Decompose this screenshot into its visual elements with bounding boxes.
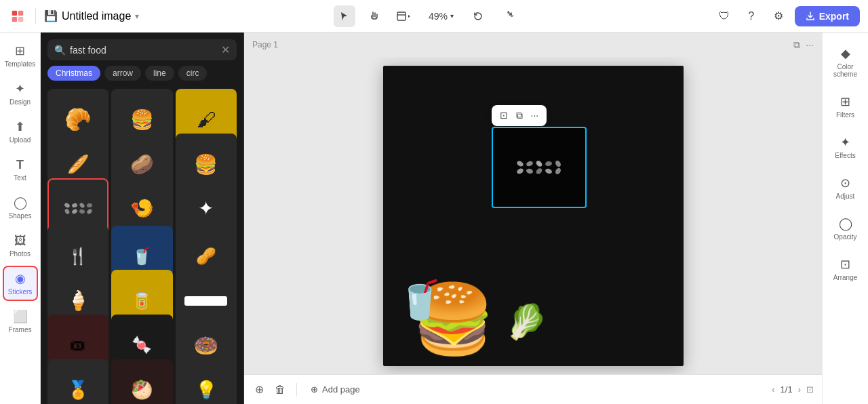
- app-logo[interactable]: [8, 7, 27, 26]
- nav-frames[interactable]: ⬜ Frames: [3, 304, 38, 339]
- sticker-medal[interactable]: 🏅: [47, 359, 108, 404]
- layout-tool[interactable]: [393, 5, 415, 27]
- document-title-area[interactable]: 💾 Untitled image ▾: [44, 9, 139, 22]
- effects-icon: ✦: [840, 135, 850, 150]
- canvas-header: Page 1 ⧉ ···: [244, 33, 822, 57]
- frames-label: Frames: [9, 326, 32, 334]
- svg-rect-4: [397, 12, 406, 20]
- opacity-label: Opacity: [834, 233, 857, 241]
- topbar-actions: 🛡 ? ⚙ Export: [713, 5, 860, 27]
- search-clear-icon[interactable]: ✕: [221, 43, 230, 56]
- effects-label: Effects: [835, 152, 855, 159]
- right-effects[interactable]: ✦ Effects: [825, 129, 866, 165]
- filter-circ[interactable]: circ: [178, 66, 208, 81]
- topbar: 💾 Untitled image ▾ 49% ▾ 🛡 ? ⚙ Exp: [0, 0, 868, 33]
- nav-shapes[interactable]: ◯ Shapes: [3, 190, 38, 225]
- upload-label: Upload: [9, 136, 31, 144]
- canvas-header-actions: ⧉ ···: [793, 39, 814, 51]
- redo-button[interactable]: [497, 5, 519, 27]
- filter-line[interactable]: line: [145, 66, 174, 81]
- settings-icon-btn[interactable]: ⚙: [768, 5, 789, 27]
- adjust-label: Adjust: [836, 193, 855, 200]
- filters-label: Filters: [836, 111, 854, 119]
- right-filters[interactable]: ⊞ Filters: [825, 89, 866, 124]
- photos-label: Photos: [9, 250, 31, 258]
- text-icon: T: [16, 158, 24, 172]
- sticker-bulb[interactable]: 💡: [176, 359, 237, 404]
- left-nav: ⊞ Templates ✦ Design ⬆ Upload T Text ◯ S…: [0, 33, 41, 404]
- filter-christmas[interactable]: Christmas: [47, 66, 100, 81]
- right-arrange[interactable]: ⊡ Arrange: [825, 251, 866, 287]
- undo-button[interactable]: [467, 5, 489, 27]
- stickers-label: Stickers: [8, 288, 33, 296]
- search-bar: 🔍 ✕: [41, 33, 243, 66]
- filter-tags: Christmas arrow line circ: [41, 66, 243, 86]
- add-page-label: Add page: [322, 384, 360, 395]
- photos-icon: 🖼: [14, 234, 26, 248]
- sticker-grid: 🥐 🍔 🖌 🥖 🥔 🍔 🍤 ✦: [41, 86, 243, 404]
- adjust-icon: ⊙: [840, 176, 850, 190]
- topbar-center: 49% ▾: [144, 5, 707, 27]
- stickers-panel: 🔍 ✕ Christmas arrow line circ 🥐 🍔 🖌 🥖 🥔 …: [41, 33, 244, 404]
- nav-stickers[interactable]: ◉ Stickers: [3, 266, 38, 301]
- design-label: Design: [9, 98, 31, 106]
- page-info: 1/1: [781, 384, 793, 395]
- shapes-icon: ◯: [14, 195, 27, 210]
- footer-delete-icon[interactable]: 🗑: [272, 381, 288, 399]
- sticker-copy-button[interactable]: ⧉: [513, 108, 526, 123]
- select-tool[interactable]: [334, 5, 355, 27]
- page-nav: ‹ 1/1 › ⊡: [772, 384, 814, 395]
- canvas[interactable]: 🍔 🥤 🥬 ⊡ ⧉ ···: [383, 66, 684, 366]
- svg-rect-0: [12, 10, 17, 15]
- svg-rect-3: [18, 16, 23, 21]
- text-label: Text: [14, 174, 26, 182]
- svg-rect-2: [12, 16, 17, 21]
- page-prev-icon[interactable]: ‹: [772, 384, 774, 395]
- sticker-food2[interactable]: 🥙: [111, 359, 172, 404]
- nav-templates[interactable]: ⊞ Templates: [3, 38, 38, 73]
- page-expand-icon[interactable]: ⊡: [806, 384, 814, 395]
- page-next-icon[interactable]: ›: [798, 384, 801, 395]
- main-content: ⊞ Templates ✦ Design ⬆ Upload T Text ◯ S…: [0, 33, 868, 404]
- canvas-selected-sticker[interactable]: [492, 127, 587, 208]
- hand-tool[interactable]: [363, 5, 385, 27]
- color-scheme-icon: ◆: [841, 46, 850, 61]
- canvas-more-icon[interactable]: ···: [806, 39, 814, 51]
- shield-icon-btn[interactable]: 🛡: [713, 5, 735, 27]
- stickers-icon: ◉: [15, 271, 26, 286]
- opacity-icon: ◯: [839, 216, 852, 231]
- footer-sep: [296, 383, 297, 397]
- sticker-toolbar: ⊡ ⧉ ···: [492, 105, 547, 126]
- add-page-button[interactable]: ⊕ Add page: [305, 382, 366, 397]
- right-color-scheme[interactable]: ◆ Color scheme: [825, 41, 866, 83]
- nav-photos[interactable]: 🖼 Photos: [3, 228, 38, 263]
- search-icon: 🔍: [54, 45, 66, 56]
- canvas-copy-icon[interactable]: ⧉: [793, 39, 800, 51]
- right-opacity[interactable]: ◯ Opacity: [825, 211, 866, 246]
- page-label: Page 1: [252, 40, 278, 49]
- design-icon: ✦: [15, 81, 25, 96]
- canvas-footer: ⊕ 🗑 ⊕ Add page ‹ 1/1 › ⊡: [244, 374, 822, 404]
- canvas-wrapper: 🍔 🥤 🥬 ⊡ ⧉ ···: [244, 57, 822, 374]
- nav-upload[interactable]: ⬆ Upload: [3, 114, 38, 149]
- sticker-more-button[interactable]: ···: [528, 108, 542, 123]
- nav-text[interactable]: T Text: [3, 152, 38, 187]
- document-title: Untitled image: [62, 10, 131, 22]
- export-label: Export: [819, 11, 849, 22]
- shapes-label: Shapes: [9, 212, 32, 220]
- right-panel: ◆ Color scheme ⊞ Filters ✦ Effects ⊙ Adj…: [822, 33, 868, 404]
- export-button[interactable]: Export: [795, 6, 860, 26]
- arrange-icon: ⊡: [840, 257, 850, 272]
- zoom-control[interactable]: 49% ▾: [423, 8, 459, 24]
- help-icon-btn[interactable]: ?: [741, 5, 762, 27]
- arrange-label: Arrange: [833, 274, 858, 281]
- search-input[interactable]: [70, 45, 217, 56]
- upload-icon: ⬆: [15, 119, 25, 134]
- drink-image: 🥤: [397, 281, 443, 319]
- lettuce-image: 🥬: [505, 305, 547, 339]
- right-adjust[interactable]: ⊙ Adjust: [825, 170, 866, 205]
- footer-add-icon[interactable]: ⊕: [252, 380, 267, 399]
- sticker-crop-button[interactable]: ⊡: [497, 108, 511, 123]
- nav-design[interactable]: ✦ Design: [3, 76, 38, 111]
- filter-arrow[interactable]: arrow: [104, 66, 141, 81]
